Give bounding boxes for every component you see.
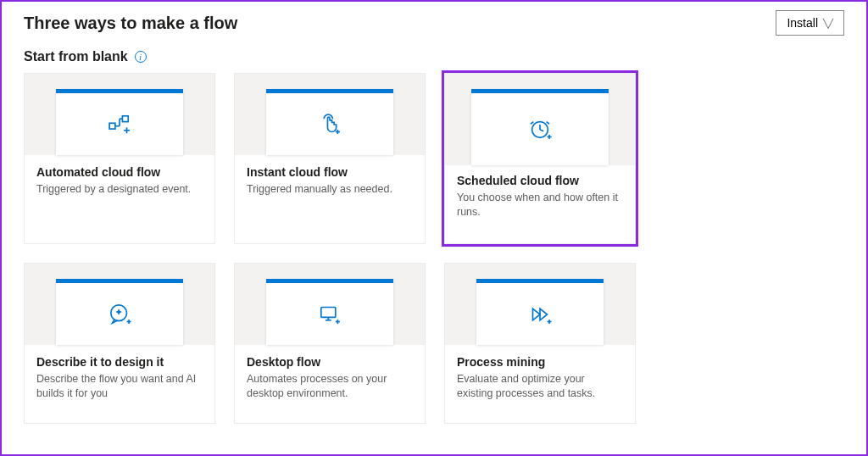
svg-rect-17 (321, 307, 336, 317)
card-inner-panel (266, 279, 393, 345)
card-inner-panel (471, 89, 609, 165)
card-title: Desktop flow (247, 355, 413, 369)
flow-card[interactable]: Instant cloud flow Triggered manually as… (234, 73, 426, 244)
info-icon[interactable]: i (135, 51, 147, 63)
card-visual (445, 74, 635, 165)
card-title: Describe it to design it (36, 355, 203, 369)
clock-icon (526, 93, 554, 165)
flow-card[interactable]: Automated cloud flow Triggered by a desi… (24, 73, 215, 244)
connector-icon (105, 93, 134, 155)
card-description: You choose when and how often it runs. (457, 191, 623, 220)
card-body: Instant cloud flow Triggered manually as… (235, 155, 425, 233)
card-description: Triggered by a designated event. (36, 182, 203, 197)
card-body: Describe it to design it Describe the fl… (25, 345, 214, 423)
install-button-label: Install (787, 16, 818, 30)
card-description: Automates processes on your desktop envi… (247, 372, 413, 401)
card-inner-panel (56, 279, 183, 345)
chevron-down-icon: ╲╱ (823, 19, 833, 28)
flow-card[interactable]: Describe it to design it Describe the fl… (24, 263, 215, 424)
card-visual (25, 264, 214, 345)
card-visual (235, 74, 425, 155)
card-body: Process mining Evaluate and optimize you… (445, 345, 635, 423)
card-visual (25, 74, 214, 155)
section-header: Start from blank i (24, 49, 844, 64)
install-button[interactable]: Install ╲╱ (776, 10, 844, 36)
flow-card[interactable]: Process mining Evaluate and optimize you… (444, 263, 636, 424)
page-title: Three ways to make a flow (24, 14, 237, 33)
card-title: Process mining (457, 355, 623, 369)
card-title: Instant cloud flow (247, 165, 413, 179)
card-body: Automated cloud flow Triggered by a desi… (25, 155, 214, 233)
card-inner-panel (476, 279, 604, 345)
card-grid: Automated cloud flow Triggered by a desi… (24, 73, 844, 424)
header-row: Three ways to make a flow Install ╲╱ (24, 10, 844, 36)
card-inner-panel (266, 89, 393, 155)
card-inner-panel (56, 89, 183, 155)
svg-line-11 (540, 130, 543, 131)
card-description: Describe the flow you want and AI builds… (36, 372, 203, 401)
mining-icon (526, 283, 554, 345)
desktop-icon (315, 283, 344, 345)
card-visual (445, 264, 635, 345)
page-frame: Three ways to make a flow Install ╲╱ Sta… (0, 0, 868, 456)
card-title: Scheduled cloud flow (457, 174, 623, 187)
card-body: Desktop flow Automates processes on your… (235, 345, 425, 423)
card-visual (235, 264, 425, 345)
card-description: Evaluate and optimize your existing proc… (457, 372, 623, 401)
card-description: Triggered manually as needed. (247, 182, 413, 197)
svg-rect-0 (109, 123, 115, 129)
card-body: Scheduled cloud flow You choose when and… (445, 165, 635, 243)
touch-icon (315, 93, 344, 155)
section-title: Start from blank (24, 49, 128, 64)
sparkle-chat-icon (105, 283, 134, 345)
svg-rect-1 (122, 115, 128, 121)
flow-card[interactable]: Scheduled cloud flow You choose when and… (444, 73, 636, 244)
card-title: Automated cloud flow (36, 165, 203, 179)
flow-card[interactable]: Desktop flow Automates processes on your… (234, 263, 426, 424)
